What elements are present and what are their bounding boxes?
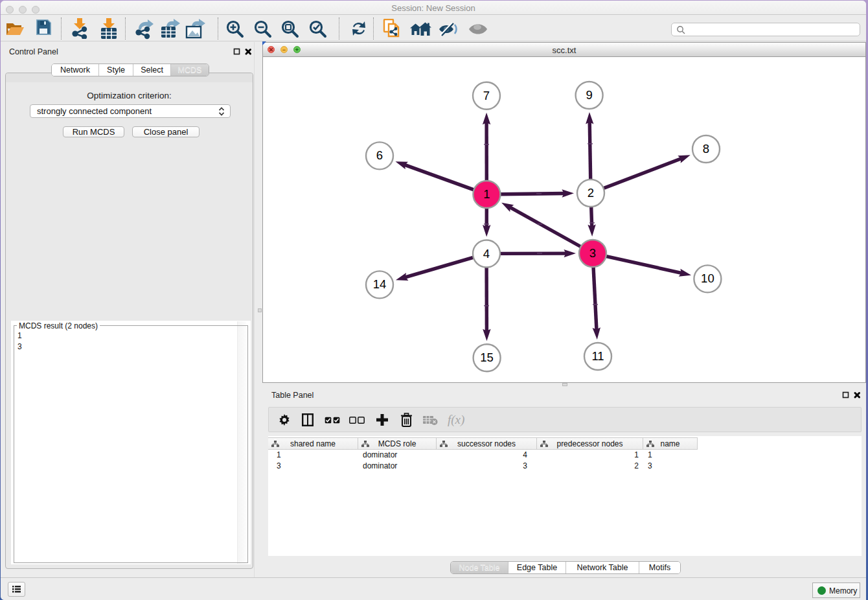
svg-text:10: 10 <box>701 271 714 285</box>
svg-text:14: 14 <box>373 277 387 291</box>
svg-text:2: 2 <box>588 186 594 200</box>
svg-text:8: 8 <box>703 142 709 156</box>
svg-text:3: 3 <box>589 246 596 260</box>
svg-text:6: 6 <box>376 148 383 162</box>
svg-text:4: 4 <box>483 247 490 260</box>
svg-text:9: 9 <box>586 88 592 102</box>
svg-text:7: 7 <box>483 89 490 102</box>
svg-text:1: 1 <box>483 187 490 201</box>
svg-text:11: 11 <box>591 349 604 363</box>
svg-text:15: 15 <box>480 351 494 364</box>
